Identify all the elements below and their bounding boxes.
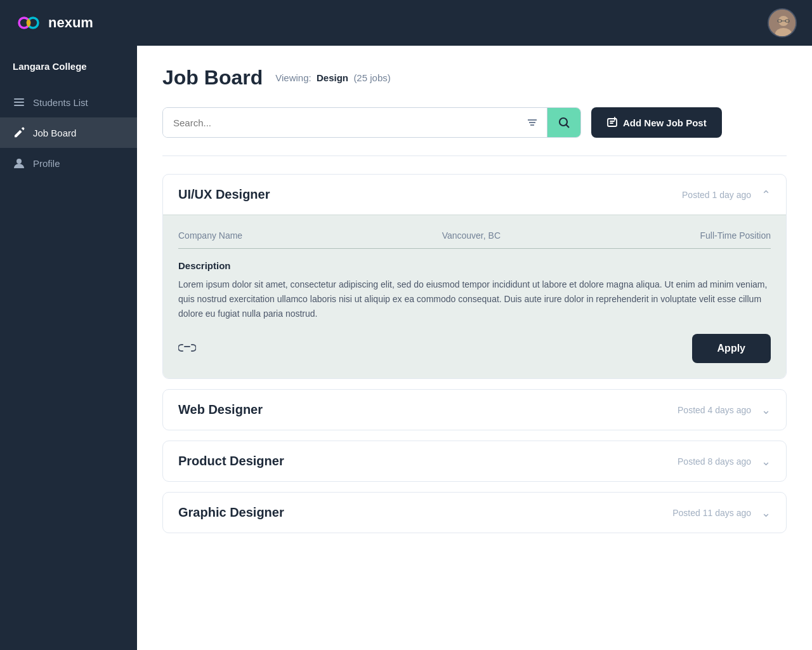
job-card-2: Web Designer Posted 4 days ago ⌄: [162, 389, 787, 430]
job-title-2: Web Designer: [178, 402, 263, 417]
top-navigation: nexum: [0, 0, 812, 46]
job-card-4: Graphic Designer Posted 11 days ago ⌄: [162, 492, 787, 533]
chevron-down-icon-3: ⌄: [761, 454, 771, 468]
job-count: (25 jobs): [353, 72, 390, 83]
org-name: Langara College: [0, 61, 137, 87]
user-avatar[interactable]: [768, 8, 797, 37]
search-filter-button[interactable]: [518, 108, 547, 137]
filter-icon: [527, 117, 538, 128]
viewing-filter-value: Design: [317, 72, 348, 83]
svg-rect-10: [14, 105, 24, 106]
job-card-header-3[interactable]: Product Designer Posted 8 days ago ⌄: [163, 441, 786, 481]
logo-area: nexum: [15, 10, 93, 36]
page-title: Job Board: [162, 66, 263, 90]
app-name: nexum: [48, 15, 93, 31]
job-title-4: Graphic Designer: [178, 505, 284, 520]
job-card-header-2[interactable]: Web Designer Posted 4 days ago ⌄: [163, 390, 786, 430]
position-type-1: Full-Time Position: [700, 230, 771, 241]
sidebar-item-job-board[interactable]: Job Board: [0, 117, 137, 148]
sidebar-item-students-list[interactable]: Students List: [0, 87, 137, 117]
add-job-icon: [606, 117, 618, 128]
job-meta-right-1: Posted 1 day ago ⌃: [682, 188, 771, 202]
sidebar-item-profile[interactable]: Profile: [0, 148, 137, 178]
search-icon: [558, 116, 570, 129]
job-card-header-4[interactable]: Graphic Designer Posted 11 days ago ⌄: [163, 493, 786, 533]
posted-time-4: Posted 11 days ago: [672, 508, 751, 518]
chevron-down-icon-4: ⌄: [761, 506, 771, 520]
person-icon: [13, 157, 25, 169]
svg-point-15: [560, 118, 567, 126]
add-job-button[interactable]: Add New Job Post: [591, 107, 722, 138]
page-header: Job Board Viewing: Design (25 jobs): [162, 66, 787, 90]
edit-icon: [13, 126, 25, 139]
students-list-label: Students List: [33, 97, 88, 108]
svg-rect-9: [14, 102, 24, 103]
description-title-1: Description: [178, 260, 771, 271]
job-meta-right-4: Posted 11 days ago ⌄: [672, 506, 771, 520]
list-icon: [13, 96, 25, 109]
main-content: Job Board Viewing: Design (25 jobs): [137, 46, 812, 650]
nexum-logo-icon: [15, 10, 42, 36]
job-meta-right-3: Posted 8 days ago ⌄: [678, 454, 771, 468]
avatar-image: [769, 10, 796, 36]
search-input[interactable]: [163, 108, 518, 137]
chain-link-icon: [178, 340, 196, 353]
chevron-down-icon-2: ⌄: [761, 403, 771, 417]
job-board-label: Job Board: [33, 128, 76, 138]
search-go-button[interactable]: [547, 108, 580, 137]
apply-button-1[interactable]: Apply: [692, 334, 771, 363]
svg-point-11: [16, 159, 22, 164]
sidebar: Langara College Students List Job Board …: [0, 46, 137, 650]
section-divider: [162, 156, 787, 156]
job-title-3: Product Designer: [178, 454, 284, 468]
app-body: Langara College Students List Job Board …: [0, 46, 812, 650]
company-name-1: Company Name: [178, 230, 242, 241]
posted-time-1: Posted 1 day ago: [682, 190, 751, 200]
job-card-3: Product Designer Posted 8 days ago ⌄: [162, 441, 787, 482]
job-actions-1: Apply: [178, 334, 771, 363]
job-card-header-1[interactable]: UI/UX Designer Posted 1 day ago ⌃: [163, 175, 786, 215]
search-container: [162, 107, 581, 138]
posted-time-2: Posted 4 days ago: [678, 405, 751, 415]
chevron-up-icon-1: ⌃: [761, 188, 771, 202]
job-detail-1: Company Name Vancouver, BC Full-Time Pos…: [163, 215, 786, 378]
description-text-1: Lorem ipsum dolor sit amet, consectetur …: [178, 277, 771, 321]
svg-line-16: [566, 125, 570, 128]
posted-time-3: Posted 8 days ago: [678, 456, 751, 467]
location-1: Vancouver, BC: [442, 230, 501, 241]
job-meta-right-2: Posted 4 days ago ⌄: [678, 403, 771, 417]
job-title-1: UI/UX Designer: [178, 187, 270, 202]
viewing-label: Viewing: Design (25 jobs): [275, 72, 391, 83]
job-card-1: UI/UX Designer Posted 1 day ago ⌃ Compan…: [162, 174, 787, 379]
link-icon-1[interactable]: [178, 340, 196, 357]
svg-rect-17: [608, 119, 617, 126]
job-info-row-1: Company Name Vancouver, BC Full-Time Pos…: [178, 230, 771, 249]
search-row: Add New Job Post: [162, 107, 787, 138]
profile-label: Profile: [33, 158, 60, 169]
svg-rect-8: [14, 98, 24, 100]
